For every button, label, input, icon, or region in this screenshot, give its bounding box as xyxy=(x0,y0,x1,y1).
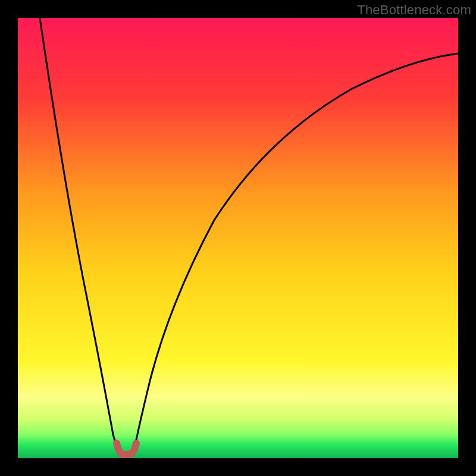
curve-right-branch xyxy=(133,54,458,455)
curve-left-branch xyxy=(40,18,120,455)
curve-dip-connector xyxy=(117,443,136,455)
watermark-text: TheBottleneck.com xyxy=(357,2,471,18)
curve-layer xyxy=(18,18,458,458)
plot-area xyxy=(18,18,458,458)
chart-frame: TheBottleneck.com xyxy=(0,0,476,476)
